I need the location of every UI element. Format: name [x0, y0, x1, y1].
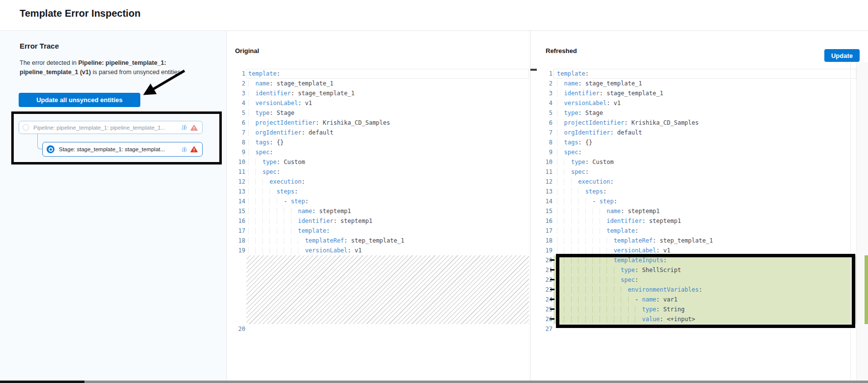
code-line: 10 type: Custom	[540, 157, 856, 167]
code-line: 2 name: stage_template_1	[235, 79, 529, 88]
code-line: 16 identifier: steptemp1	[235, 216, 529, 226]
code-line: 10 type: Custom	[235, 157, 529, 167]
code-line: 2 name: stage_template_1	[540, 79, 856, 88]
collapsed-diff-region	[235, 255, 529, 324]
code-line: 9 spec:	[540, 147, 856, 157]
code-line: 6 projectIdentifier: Krishika_CD_Samples	[235, 118, 529, 128]
tree-connector-line	[37, 134, 42, 149]
added-line-gutter-tick	[550, 299, 554, 300]
error-description-suffix: is parsed from unsynced entities.	[91, 69, 182, 76]
stage-entity-label: Stage: stage_template_1: stage_templat..…	[59, 146, 181, 152]
code-line: 5 type: Stage	[540, 108, 856, 118]
added-line-gutter-tick	[550, 289, 554, 290]
pipeline-entity-label: Pipeline: pipeline_template_1: pipeline_…	[33, 125, 177, 131]
code-line: 24 - name: var1	[540, 295, 856, 304]
original-panel-title: Original	[235, 47, 259, 55]
code-line: 25 type: String	[540, 304, 856, 314]
code-line: 8 tags: {}	[540, 137, 856, 147]
page-title: Template Error Inspection	[20, 8, 140, 19]
original-editor[interactable]: 1template:2 name: stage_template_13 iden…	[235, 69, 529, 334]
stage-radio-button[interactable]	[47, 145, 54, 153]
code-line: 11 spec:	[235, 167, 529, 177]
page-header: Template Error Inspection	[0, 0, 868, 31]
error-trace-sidebar	[0, 31, 227, 381]
error-description-prefix: The error detected in	[20, 59, 79, 66]
code-line: 16 identifier: steptemp1	[540, 216, 856, 226]
horizontal-scrollbar[interactable]	[0, 381, 868, 383]
template-library-icon	[181, 146, 187, 153]
code-line: 19 versionLabel: v1	[235, 246, 529, 255]
code-line: 19 versionLabel: v1	[540, 246, 856, 255]
template-error-inspection-page: Template Error Inspection Error Trace Th…	[0, 0, 868, 383]
code-line: 6 projectIdentifier: Krishika_CD_Samples	[540, 118, 856, 128]
code-line: 11 spec:	[540, 167, 856, 177]
code-line: 9 spec:	[235, 147, 529, 157]
code-line: 8 tags: {}	[235, 137, 529, 147]
code-line: 18 templateRef: step_template_1	[235, 236, 529, 246]
code-line: 7 orgIdentifier: default	[540, 128, 856, 137]
code-line: 26 value: <+input>	[540, 314, 856, 324]
code-line: 15 name: steptemp1	[540, 206, 856, 216]
diff-added-ruler-mark	[865, 255, 868, 324]
added-line-gutter-tick	[550, 259, 554, 261]
code-line: 18 templateRef: step_template_1	[540, 236, 856, 246]
code-line: 1template:	[235, 69, 529, 79]
warning-triangle-muted-icon	[190, 124, 198, 131]
code-line: 12 execution:	[235, 177, 529, 187]
code-line: 13 steps:	[235, 187, 529, 196]
pipeline-radio-button[interactable]	[23, 124, 29, 131]
original-editor-lines: 1template:2 name: stage_template_13 iden…	[235, 69, 529, 334]
code-line: 13 steps:	[540, 187, 856, 196]
refreshed-editor[interactable]: 1template:2 name: stage_template_13 iden…	[540, 69, 856, 334]
tree-item-stage[interactable]: Stage: stage_template_1: stage_templat..…	[42, 142, 203, 157]
code-line: 4 versionLabel: v1	[235, 98, 529, 108]
error-description: The error detected in Pipeline: pipeline…	[20, 58, 199, 77]
added-line-gutter-tick	[550, 308, 554, 310]
code-line: 21 type: ShellScript	[540, 265, 856, 275]
refreshed-editor-lines: 1template:2 name: stage_template_13 iden…	[540, 69, 856, 334]
warning-triangle-error-icon	[190, 146, 198, 153]
code-line: 14 - step:	[235, 196, 529, 206]
added-line-gutter-tick	[550, 318, 554, 320]
code-line: 1template:	[540, 69, 856, 79]
update-button[interactable]: Update	[824, 49, 860, 62]
scroll-position-indicator	[530, 69, 537, 71]
refreshed-panel-title: Refreshed	[546, 47, 577, 55]
template-library-icon	[181, 124, 187, 131]
added-line-gutter-tick	[550, 269, 554, 271]
code-line: 7 orgIdentifier: default	[235, 128, 529, 137]
panel-divider	[530, 31, 530, 381]
code-line: 17 template:	[235, 226, 529, 236]
horizontal-scrollbar-thumb[interactable]	[0, 381, 84, 383]
code-line: 27	[540, 324, 856, 334]
added-line-gutter-tick	[550, 279, 554, 280]
overview-ruler[interactable]	[856, 62, 868, 381]
code-line: 5 type: Stage	[235, 108, 529, 118]
error-trace-heading: Error Trace	[20, 42, 59, 50]
code-line: 15 name: steptemp1	[235, 206, 529, 216]
editor-right-edge-line	[850, 62, 851, 381]
code-line: 4 versionLabel: v1	[540, 98, 856, 108]
tree-item-pipeline[interactable]: Pipeline: pipeline_template_1: pipeline_…	[19, 121, 203, 134]
code-line: 3 identifier: stage_template_1	[235, 88, 529, 98]
code-line: 14 - step:	[540, 196, 856, 206]
code-line: 17 template:	[540, 226, 856, 236]
code-line: 12 execution:	[540, 177, 856, 187]
code-line: 20	[235, 324, 529, 334]
update-all-unsynced-button[interactable]: Update all unsynced entities	[19, 93, 140, 107]
code-line: 23 environmentVariables:	[540, 285, 856, 295]
code-line: 22 spec:	[540, 275, 856, 285]
code-line: 20 templateInputs:	[540, 255, 856, 265]
code-line: 3 identifier: stage_template_1	[540, 88, 856, 98]
